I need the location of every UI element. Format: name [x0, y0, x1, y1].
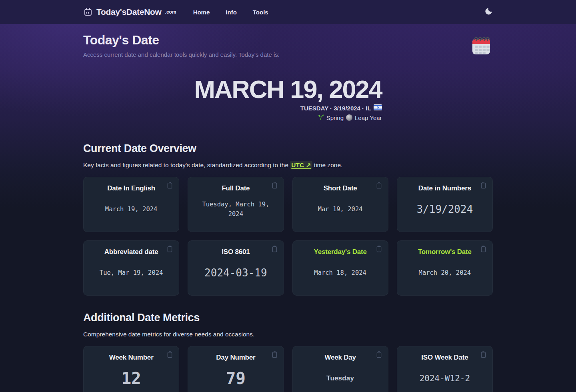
card-value: March 18, 2024 [314, 268, 366, 278]
card-title: ISO Week Date [421, 354, 468, 362]
brand-logo[interactable]: Today'sDateNow.com [83, 7, 176, 17]
overview-desc-after: time zone. [312, 162, 343, 168]
overview-section: Current Date Overview Key facts and figu… [83, 142, 493, 296]
card-value: 2024-03-19 [204, 267, 267, 279]
card-iso-week-date: ISO Week Date 2024-W12-2 [397, 346, 493, 392]
copy-button[interactable] [480, 182, 487, 190]
brand-suffix: .com [165, 9, 176, 15]
card-short-date: Short Date Mar 19, 2024 [292, 177, 388, 232]
card-full-date: Full Date Tuesday, March 19, 2024 [188, 177, 284, 232]
page-subtitle: Access current date and calendar tools q… [83, 51, 280, 58]
leap-year-label: Leap Year [355, 114, 382, 121]
card-date-in-english: Date In English March 19, 2024 [83, 177, 179, 232]
metrics-cards-grid: Week Number 12 Day Number 79 Week Day Tu… [83, 346, 493, 392]
metrics-description: Comprehensive date metrics for diverse n… [83, 331, 493, 338]
clipboard-icon [271, 351, 278, 360]
card-value: 79 [226, 369, 246, 388]
card-title: Week Day [324, 354, 356, 362]
clipboard-icon [166, 351, 174, 360]
israel-flag-icon [374, 104, 382, 112]
card-value: Mar 19, 2024 [318, 204, 363, 214]
copy-button[interactable] [375, 182, 383, 190]
card-abbreviated-date: Abbreviated date Tue, Mar 19, 2024 [83, 240, 179, 296]
theme-toggle-button[interactable] [484, 7, 493, 17]
hero-section: Today's Date Access current date and cal… [0, 24, 576, 122]
nav-links: Home Info Tools [193, 9, 268, 16]
moon-icon [484, 7, 493, 17]
clipboard-icon [480, 245, 487, 254]
overview-desc-before: Key facts and figures related to today's… [83, 162, 290, 168]
clipboard-icon [375, 245, 383, 254]
card-title: Week Number [109, 354, 154, 362]
card-value: Tue, Mar 19, 2024 [100, 268, 163, 278]
card-title: Tomorrow's Date [418, 248, 472, 256]
card-week-number: Week Number 12 [83, 346, 179, 392]
season-label: Spring [326, 114, 344, 121]
copy-button[interactable] [375, 245, 383, 254]
card-value: March 19, 2024 [105, 204, 158, 214]
season-leap-line: Spring Leap Year [317, 114, 382, 122]
card-value: 12 [121, 369, 141, 388]
metrics-section: Additional Date Metrics Comprehensive da… [83, 312, 493, 392]
copy-button[interactable] [271, 351, 278, 360]
clipboard-icon [271, 182, 278, 190]
card-week-day: Week Day Tuesday [292, 346, 388, 392]
date-meta-text: TUESDAY · 3/19/2024 · IL [300, 105, 371, 112]
clipboard-icon [166, 245, 174, 254]
card-value: March 20, 2024 [419, 268, 471, 278]
copy-button[interactable] [271, 245, 278, 254]
copy-button[interactable] [480, 351, 487, 360]
copy-button[interactable] [166, 182, 174, 190]
card-date-in-numbers: Date in Numbers 3/19/2024 [397, 177, 493, 232]
overview-heading: Current Date Overview [83, 142, 493, 155]
overview-cards-grid: Date In English March 19, 2024 Full Date… [83, 177, 493, 296]
card-value: 3/19/2024 [416, 203, 473, 215]
clipboard-icon [375, 351, 383, 360]
clipboard-icon [271, 245, 278, 254]
card-day-number: Day Number 79 [188, 346, 284, 392]
copy-button[interactable] [166, 351, 174, 360]
card-title: Date in Numbers [418, 184, 471, 192]
clipboard-icon [480, 351, 487, 360]
current-date-display: MARCH 19, 2024 TUESDAY · 3/19/2024 · IL [194, 76, 382, 122]
card-tomorrows-date: Tomorrow's Date March 20, 2024 [397, 240, 493, 296]
brand-name: Today'sDateNow [96, 7, 162, 17]
clipboard-icon [375, 182, 383, 190]
nav-link-info[interactable]: Info [226, 9, 237, 16]
card-value: Tuesday, March 19, 2024 [197, 200, 274, 219]
card-value: 2024-W12-2 [420, 374, 470, 383]
metrics-heading: Additional Date Metrics [83, 312, 493, 324]
nav-link-tools[interactable]: Tools [253, 9, 268, 16]
copy-button[interactable] [375, 351, 383, 360]
navbar: Today'sDateNow.com Home Info Tools [0, 0, 576, 24]
card-iso-8601: ISO 8601 2024-03-19 [188, 240, 284, 296]
card-value: Tuesday [326, 374, 354, 382]
utc-link[interactable]: UTC ↗ [290, 161, 312, 169]
spiral-calendar-icon [470, 34, 493, 58]
copy-button[interactable] [480, 245, 487, 254]
big-date-text: MARCH 19, 2024 [194, 76, 382, 102]
new-moon-icon [346, 114, 352, 121]
clipboard-icon [166, 182, 174, 190]
card-title: Date In English [107, 184, 155, 192]
card-yesterdays-date: Yesterday's Date March 18, 2024 [292, 240, 388, 296]
overview-description: Key facts and figures related to today's… [83, 162, 493, 169]
card-title: Yesterday's Date [314, 248, 367, 256]
copy-button[interactable] [271, 182, 278, 190]
clipboard-icon [480, 182, 487, 190]
card-title: Full Date [222, 184, 250, 192]
calendar-outline-icon [83, 7, 93, 17]
nav-link-home[interactable]: Home [193, 9, 210, 16]
card-title: Day Number [216, 354, 255, 362]
card-title: Abbreviated date [104, 248, 158, 256]
date-meta-line: TUESDAY · 3/19/2024 · IL [300, 104, 382, 112]
card-title: ISO 8601 [222, 248, 250, 256]
card-title: Short Date [324, 184, 357, 192]
seedling-icon [317, 114, 324, 122]
page-title: Today's Date [83, 33, 280, 48]
copy-button[interactable] [166, 245, 174, 254]
